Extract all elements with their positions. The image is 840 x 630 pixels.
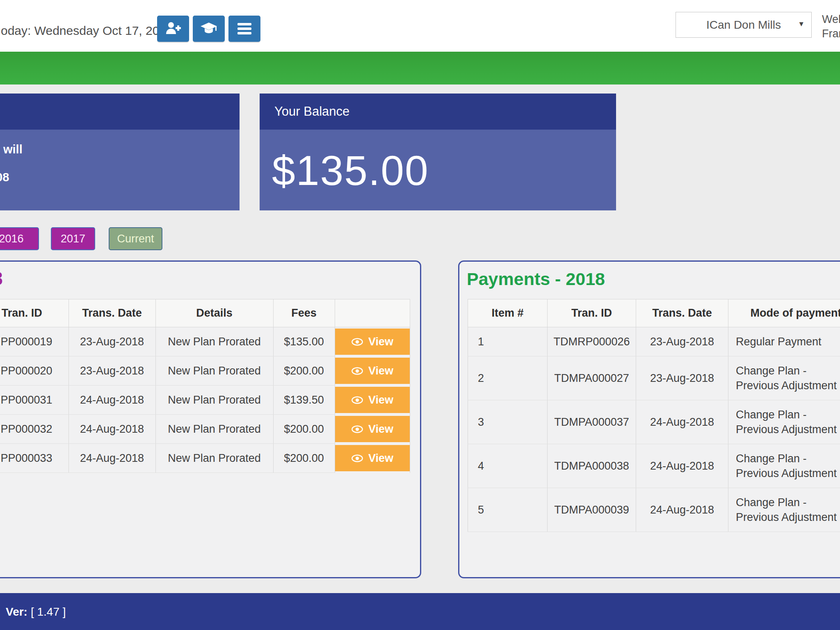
cell-fees: $200.00 xyxy=(273,415,335,444)
cell-trans-date: 24-Aug-2018 xyxy=(636,444,728,488)
info-card-date-fragment: 08 xyxy=(0,171,9,184)
toolbar xyxy=(157,16,260,42)
cell-action: View xyxy=(335,444,410,473)
cell-mode: Change Plan - Previous Adjustment xyxy=(728,400,840,444)
balance-card-body: $135.00 xyxy=(260,130,616,210)
cell-tran-id: MPP000020 xyxy=(0,356,68,386)
cell-details: New Plan Prorated xyxy=(155,415,273,444)
cell-fees: $200.00 xyxy=(273,444,335,473)
fees-table-header-row: Tran. ID Trans. Date Details Fees xyxy=(0,299,410,327)
col-trans-date: Trans. Date xyxy=(636,299,728,327)
cell-item: 3 xyxy=(468,400,548,444)
fees-panel: 8 Tran. ID Trans. Date Details Fees MPP0… xyxy=(0,260,421,578)
table-row: 5 TDMPA000039 24-Aug-2018 Change Plan - … xyxy=(468,488,840,532)
col-details: Details xyxy=(155,299,273,327)
cell-details: New Plan Prorated xyxy=(155,386,273,415)
table-row: 3 TDMPA000037 24-Aug-2018 Change Plan - … xyxy=(468,400,840,444)
green-nav-bar xyxy=(0,52,840,84)
cell-action: View xyxy=(335,327,410,356)
payments-table: Item # Tran. ID Trans. Date Mode of paym… xyxy=(468,299,840,532)
cell-tran-id: TDMPA000037 xyxy=(548,400,636,444)
cell-tran-id: MPP000032 xyxy=(0,415,68,444)
view-button[interactable]: View xyxy=(335,445,410,471)
cell-mode: Change Plan - Previous Adjustment xyxy=(728,444,840,488)
location-dropdown-value: ICan Don Mills xyxy=(706,18,781,32)
view-button[interactable]: View xyxy=(335,329,410,355)
cell-tran-id: MPP000033 xyxy=(0,444,68,473)
chevron-down-icon: ▼ xyxy=(798,20,805,28)
table-row: MPP000019 23-Aug-2018 New Plan Prorated … xyxy=(0,327,410,356)
cell-tran-id: TDMPA000039 xyxy=(548,488,636,532)
view-button[interactable]: View xyxy=(335,358,410,384)
col-action xyxy=(335,299,410,327)
cell-trans-date: 24-Aug-2018 xyxy=(68,415,155,444)
year-button-2017[interactable]: 2017 xyxy=(51,227,95,250)
cell-action: View xyxy=(335,415,410,444)
balance-amount: $135.00 xyxy=(272,147,429,195)
cell-fees: $135.00 xyxy=(273,327,335,356)
col-fees: Fees xyxy=(273,299,335,327)
top-bar: oday: Wednesday Oct 17, 2018 xyxy=(0,0,840,52)
cell-trans-date: 24-Aug-2018 xyxy=(636,400,728,444)
cell-tran-id: MPP000019 xyxy=(0,327,68,356)
view-button[interactable]: View xyxy=(335,416,410,442)
menu-icon xyxy=(237,21,251,37)
cell-item: 4 xyxy=(468,444,548,488)
cell-details: New Plan Prorated xyxy=(155,444,273,473)
col-item: Item # xyxy=(468,299,548,327)
table-row: 1 TDMRP000026 23-Aug-2018 Regular Paymen… xyxy=(468,327,840,356)
cell-trans-date: 24-Aug-2018 xyxy=(636,488,728,532)
balance-card: Your Balance $135.00 xyxy=(260,94,616,210)
welcome-text: Wel Fran xyxy=(822,12,840,41)
cell-fees: $200.00 xyxy=(273,356,335,386)
cell-trans-date: 23-Aug-2018 xyxy=(68,327,155,356)
cell-mode: Regular Payment xyxy=(728,327,840,356)
cell-details: New Plan Prorated xyxy=(155,356,273,386)
info-card: will 08 xyxy=(0,94,240,210)
cell-action: View xyxy=(335,386,410,415)
balance-card-header: Your Balance xyxy=(260,94,616,130)
fees-panel-title-fragment: 8 xyxy=(0,267,3,290)
user-plus-icon xyxy=(165,21,181,37)
cell-item: 2 xyxy=(468,356,548,400)
cell-item: 5 xyxy=(468,488,548,532)
cell-tran-id: TDMRP000026 xyxy=(548,327,636,356)
add-user-button[interactable] xyxy=(157,16,189,42)
version-text: Ver:[ 1.47 ] xyxy=(6,605,66,619)
cell-mode: Change Plan - Previous Adjustment xyxy=(728,488,840,532)
year-button-current[interactable]: Current xyxy=(109,227,162,250)
info-card-text-fragment: will xyxy=(3,143,23,156)
eye-icon xyxy=(351,425,363,434)
payments-panel: Payments - 2018 Item # Tran. ID Trans. D… xyxy=(458,260,840,578)
table-row: 4 TDMPA000038 24-Aug-2018 Change Plan - … xyxy=(468,444,840,488)
cell-trans-date: 23-Aug-2018 xyxy=(68,356,155,386)
col-tran-id: Tran. ID xyxy=(0,299,68,327)
graduation-cap-icon xyxy=(200,21,218,37)
cell-item: 1 xyxy=(468,327,548,356)
cell-tran-id: MPP000031 xyxy=(0,386,68,415)
table-row: 2 TDMPA000027 23-Aug-2018 Change Plan - … xyxy=(468,356,840,400)
education-button[interactable] xyxy=(193,16,225,42)
menu-button[interactable] xyxy=(228,16,260,42)
info-card-header xyxy=(0,94,240,130)
today-date-label: oday: Wednesday Oct 17, 2018 xyxy=(1,24,173,38)
cell-trans-date: 23-Aug-2018 xyxy=(636,356,728,400)
cell-action: View xyxy=(335,356,410,386)
cell-fees: $139.50 xyxy=(273,386,335,415)
location-dropdown[interactable]: ICan Don Mills ▼ xyxy=(676,12,812,38)
payments-table-header-row: Item # Tran. ID Trans. Date Mode of paym… xyxy=(468,299,840,327)
year-button-2016[interactable]: 2016 xyxy=(0,227,39,250)
eye-icon xyxy=(351,367,363,375)
eye-icon xyxy=(351,454,363,463)
table-row: MPP000020 23-Aug-2018 New Plan Prorated … xyxy=(0,356,410,386)
view-button[interactable]: View xyxy=(335,387,410,413)
eye-icon xyxy=(351,338,363,346)
balance-card-title: Your Balance xyxy=(260,104,349,119)
col-trans-date: Trans. Date xyxy=(68,299,155,327)
eye-icon xyxy=(351,396,363,404)
fees-table: Tran. ID Trans. Date Details Fees MPP000… xyxy=(0,299,410,473)
cell-tran-id: TDMPA000038 xyxy=(548,444,636,488)
cell-trans-date: 23-Aug-2018 xyxy=(636,327,728,356)
info-card-body: will 08 xyxy=(0,130,240,210)
col-mode: Mode of payment xyxy=(728,299,840,327)
